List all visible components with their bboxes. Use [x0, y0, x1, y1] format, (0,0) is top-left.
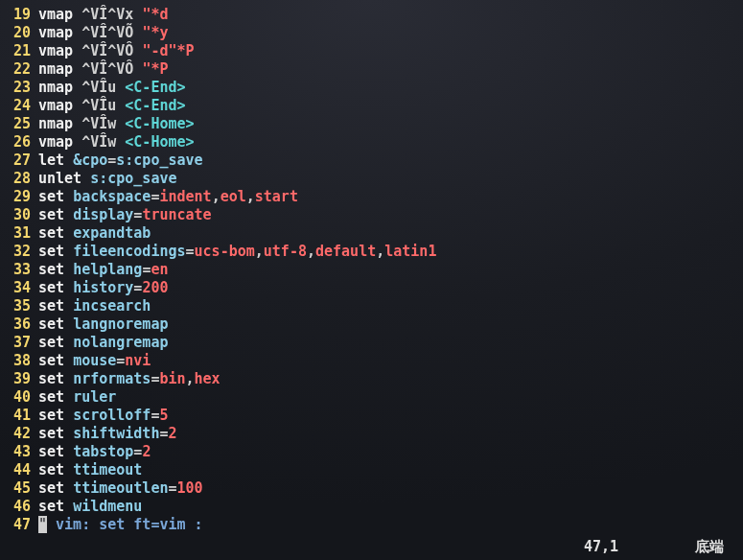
code-line[interactable]: 44set ttimeout	[0, 461, 743, 479]
token: set	[38, 243, 64, 260]
code-content[interactable]: let &cpo=s:cpo_save	[38, 152, 743, 170]
code-line[interactable]: 29set backspace=indent,eol,start	[0, 188, 743, 206]
code-line[interactable]: 39set nrformats=bin,hex	[0, 370, 743, 388]
token: scrolloff	[73, 407, 151, 424]
code-line[interactable]: 40set ruler	[0, 388, 743, 407]
code-content[interactable]: vmap ^VÎ^Vx "*d	[38, 6, 743, 24]
code-line[interactable]: 28unlet s:cpo_save	[0, 170, 743, 188]
token: utf-8	[264, 243, 307, 260]
token: hex	[195, 370, 221, 387]
code-line[interactable]: 21vmap ^VÎ^VÔ "-d"*P	[0, 42, 743, 60]
code-content[interactable]: vmap ^VÎ^VÔ "-d"*P	[38, 42, 743, 60]
code-line[interactable]: 25nmap ^VÎw <C-Home>	[0, 115, 743, 133]
line-number: 34	[0, 279, 38, 297]
code-content[interactable]: nmap ^VÎ^VÔ "*P	[38, 60, 743, 79]
code-content[interactable]: set incsearch	[38, 297, 743, 315]
code-content[interactable]: set ttimeout	[38, 461, 743, 479]
token: bin	[159, 370, 185, 387]
code-content[interactable]: nmap ^VÎu <C-End>	[38, 79, 743, 97]
token: set	[38, 261, 64, 278]
code-content[interactable]: set langnoremap	[38, 315, 743, 334]
code-content[interactable]: set backspace=indent,eol,start	[38, 188, 743, 206]
token: ucs-bom	[195, 243, 255, 260]
code-content[interactable]: vmap ^VÎ^VÕ "*y	[38, 24, 743, 42]
code-content[interactable]: vmap ^VÎu <C-End>	[38, 97, 743, 115]
token: s:cpo_save	[116, 152, 202, 169]
code-content[interactable]: set display=truncate	[38, 206, 743, 224]
token: set	[38, 479, 64, 497]
line-number: 38	[0, 352, 38, 370]
line-number: 26	[0, 133, 38, 152]
code-content[interactable]: " vim: set ft=vim :	[38, 516, 743, 534]
code-line[interactable]: 22nmap ^VÎ^VÔ "*P	[0, 60, 743, 79]
code-line[interactable]: 47" vim: set ft=vim :	[0, 516, 743, 534]
code-line[interactable]: 24vmap ^VÎu <C-End>	[0, 97, 743, 115]
code-line[interactable]: 37set nolangremap	[0, 334, 743, 352]
line-number: 32	[0, 243, 38, 261]
code-line[interactable]: 27let &cpo=s:cpo_save	[0, 152, 743, 170]
code-content[interactable]: vmap ^VÎw <C-Home>	[38, 133, 743, 152]
token: let	[38, 152, 64, 169]
code-line[interactable]: 45set ttimeoutlen=100	[0, 479, 743, 498]
token	[64, 152, 73, 169]
code-line[interactable]: 20vmap ^VÎ^VÕ "*y	[0, 24, 743, 42]
code-content[interactable]: set nrformats=bin,hex	[38, 370, 743, 388]
editor-viewport[interactable]: 19vmap ^VÎ^Vx "*d20vmap ^VÎ^VÕ "*y21vmap…	[0, 0, 743, 534]
code-content[interactable]: set shiftwidth=2	[38, 425, 743, 443]
code-content[interactable]: nmap ^VÎw <C-Home>	[38, 115, 743, 133]
code-content[interactable]: set ruler	[38, 388, 743, 407]
token: eol	[221, 188, 246, 205]
code-line[interactable]: 32set fileencodings=ucs-bom,utf-8,defaul…	[0, 243, 743, 261]
code-content[interactable]: set history=200	[38, 279, 743, 297]
line-number: 40	[0, 388, 38, 407]
token: &cpo	[73, 152, 107, 169]
code-line[interactable]: 35set incsearch	[0, 297, 743, 315]
token	[64, 315, 73, 333]
token: 200	[142, 279, 168, 296]
code-line[interactable]: 42set shiftwidth=2	[0, 425, 743, 443]
code-content[interactable]: set helplang=en	[38, 261, 743, 279]
code-content[interactable]: set nolangremap	[38, 334, 743, 352]
token: nmap	[38, 79, 73, 96]
code-line[interactable]: 38set mouse=nvi	[0, 352, 743, 370]
code-line[interactable]: 46set wildmenu	[0, 498, 743, 516]
code-line[interactable]: 19vmap ^VÎ^Vx "*d	[0, 6, 743, 24]
token: set	[38, 370, 64, 387]
token: nmap	[38, 115, 73, 132]
code-line[interactable]: 36set langnoremap	[0, 315, 743, 334]
line-number: 25	[0, 115, 38, 133]
code-content[interactable]: set fileencodings=ucs-bom,utf-8,default,…	[38, 243, 743, 261]
token: 2	[168, 425, 176, 442]
code-content[interactable]: set mouse=nvi	[38, 352, 743, 370]
token: set	[38, 334, 64, 351]
line-number: 23	[0, 79, 38, 97]
code-content[interactable]: set expandtab	[38, 224, 743, 243]
code-line[interactable]: 30set display=truncate	[0, 206, 743, 224]
token: ,	[255, 243, 264, 260]
code-line[interactable]: 41set scrolloff=5	[0, 407, 743, 425]
token: ^VÎ^VÔ	[73, 60, 142, 78]
token: shiftwidth	[73, 425, 159, 442]
code-content[interactable]: unlet s:cpo_save	[38, 170, 743, 188]
code-line[interactable]: 31set expandtab	[0, 224, 743, 243]
code-content[interactable]: set tabstop=2	[38, 443, 743, 461]
code-line[interactable]: 34set history=200	[0, 279, 743, 297]
line-number: 36	[0, 315, 38, 334]
code-line[interactable]: 26vmap ^VÎw <C-Home>	[0, 133, 743, 152]
token: ,	[376, 243, 384, 260]
code-line[interactable]: 43set tabstop=2	[0, 443, 743, 461]
token: ^VÎw	[73, 115, 125, 132]
code-content[interactable]: set ttimeoutlen=100	[38, 479, 743, 498]
line-number: 19	[0, 6, 38, 24]
code-line[interactable]: 33set helplang=en	[0, 261, 743, 279]
token: nolangremap	[73, 334, 168, 351]
token: <C-Home>	[125, 115, 194, 132]
code-content[interactable]: set wildmenu	[38, 498, 743, 516]
code-content[interactable]: set scrolloff=5	[38, 407, 743, 425]
token: history	[73, 279, 133, 296]
token: s:cpo_save	[90, 170, 176, 187]
token	[64, 206, 73, 223]
token: vmap	[38, 6, 73, 23]
code-line[interactable]: 23nmap ^VÎu <C-End>	[0, 79, 743, 97]
token: langnoremap	[73, 315, 168, 333]
